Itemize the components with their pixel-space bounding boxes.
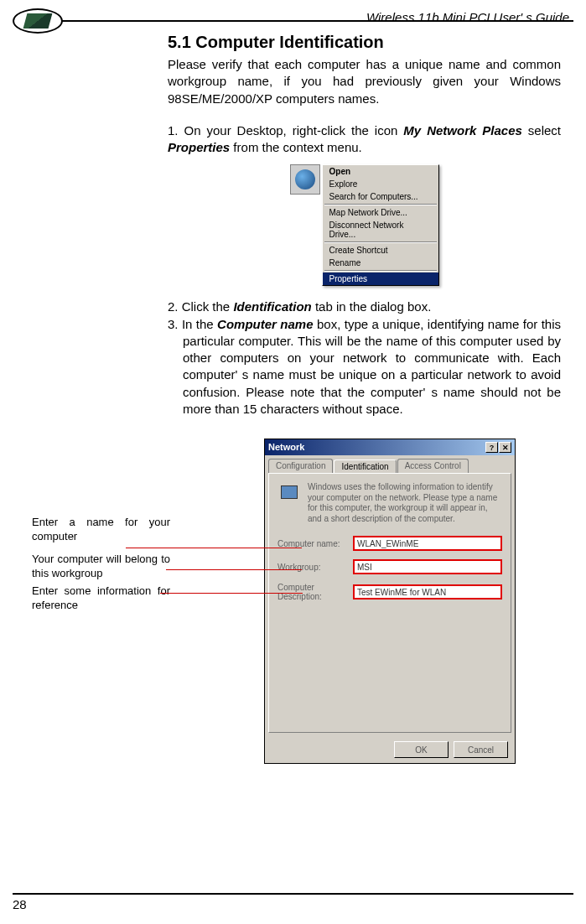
dialog-title: Network bbox=[268, 442, 304, 453]
close-button[interactable]: ✕ bbox=[499, 442, 511, 453]
menu-item-rename[interactable]: Rename bbox=[323, 257, 438, 269]
menu-item-search[interactable]: Search for Computers... bbox=[323, 190, 438, 203]
step3-text: 3. In the bbox=[168, 317, 217, 331]
step1-bold-network-places: My Network Places bbox=[403, 123, 521, 138]
menu-separator bbox=[324, 270, 437, 272]
page-number: 28 bbox=[13, 897, 27, 911]
menu-item-explore[interactable]: Explore bbox=[323, 178, 438, 190]
logo-oval bbox=[13, 8, 63, 34]
step-2: 2. Click the Identification tab in the d… bbox=[168, 298, 561, 315]
step-1: 1. On your Desktop, right-click the icon… bbox=[168, 122, 561, 157]
callout-computer-name: Enter a name for your computer bbox=[32, 516, 170, 544]
step3-text2: box, type a unique, identifying name for… bbox=[183, 317, 561, 416]
computer-name-label: Computer name: bbox=[277, 539, 353, 548]
description-input[interactable]: Test EWinME for WLAN bbox=[353, 584, 502, 600]
description-label: Computer Description: bbox=[277, 583, 353, 601]
leader-line bbox=[166, 569, 302, 570]
section-heading: 5.1 Computer Identification bbox=[168, 33, 561, 52]
menu-item-open[interactable]: Open bbox=[323, 165, 438, 178]
context-menu-figure: Open Explore Search for Computers... Map… bbox=[168, 164, 561, 286]
dialog-info-text: Windows uses the following information t… bbox=[308, 482, 502, 524]
cancel-button[interactable]: Cancel bbox=[454, 741, 508, 758]
dialog-body: Windows uses the following information t… bbox=[268, 473, 511, 733]
globe-icon bbox=[295, 169, 315, 189]
step3-bold-computer-name: Computer name bbox=[217, 317, 313, 331]
logo-icon bbox=[23, 13, 53, 29]
context-menu: Open Explore Search for Computers... Map… bbox=[322, 164, 439, 286]
step2-bold-identification: Identification bbox=[233, 299, 311, 314]
dialog-tabs: Configuration Identification Access Cont… bbox=[265, 455, 515, 473]
tab-configuration[interactable]: Configuration bbox=[268, 459, 333, 473]
help-button[interactable]: ? bbox=[485, 442, 498, 453]
leader-line bbox=[126, 548, 302, 548]
step1-bold-properties: Properties bbox=[168, 140, 230, 154]
menu-item-properties[interactable]: Properties bbox=[323, 273, 438, 285]
tab-identification[interactable]: Identification bbox=[334, 459, 396, 474]
tab-access-control[interactable]: Access Control bbox=[397, 459, 469, 473]
menu-item-map-drive[interactable]: Map Network Drive... bbox=[323, 206, 438, 219]
dialog-figure: Enter a name for your computer Your comp… bbox=[168, 439, 561, 791]
network-dialog: Network ? ✕ Configuration Identification… bbox=[264, 439, 516, 764]
callout-workgroup: Your computer will belong to this workgr… bbox=[32, 553, 170, 581]
step1-text: 1. On your Desktop, right-click the icon bbox=[168, 123, 403, 138]
step1-text2: select bbox=[522, 123, 561, 138]
my-network-places-icon bbox=[290, 164, 320, 195]
dialog-titlebar: Network ? ✕ bbox=[265, 439, 515, 455]
step2-text2: tab in the dialog box. bbox=[312, 299, 432, 314]
workgroup-input[interactable]: MSI bbox=[353, 559, 502, 574]
leader-line bbox=[160, 593, 303, 594]
ok-button[interactable]: OK bbox=[394, 741, 449, 758]
step-3: 3. In the Computer name box, type a uniq… bbox=[168, 316, 561, 418]
menu-item-disconnect-drive[interactable]: Disconnect Network Drive... bbox=[323, 219, 438, 241]
menu-item-create-shortcut[interactable]: Create Shortcut bbox=[323, 244, 438, 257]
computer-icon bbox=[277, 482, 301, 506]
main-content: 5.1 Computer Identification Please verif… bbox=[0, 33, 586, 791]
callout-description: Enter some information for reference bbox=[32, 584, 170, 613]
header-title: Wireless 11b Mini PCI User' s Guide bbox=[0, 10, 586, 24]
page-footer: 28 bbox=[13, 893, 573, 911]
menu-separator bbox=[324, 241, 437, 243]
intro-paragraph: Please verify that each computer has a u… bbox=[168, 56, 561, 107]
computer-name-input[interactable]: WLAN_EWinME bbox=[353, 536, 502, 551]
menu-separator bbox=[324, 204, 437, 205]
step2-text: 2. Click the bbox=[168, 299, 233, 314]
step1-text3: from the context menu. bbox=[230, 140, 362, 154]
